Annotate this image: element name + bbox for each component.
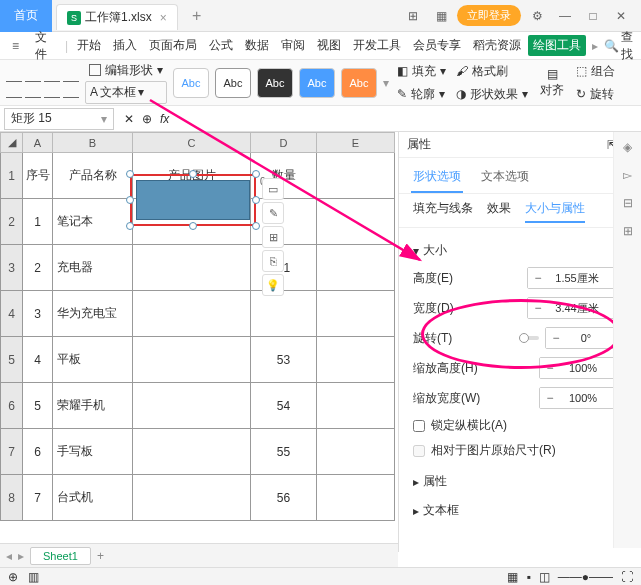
edit-shape-button[interactable]: 编辑形状▾ <box>85 62 167 79</box>
name-box[interactable]: 矩形 15▾ <box>4 108 114 130</box>
outline-button[interactable]: ✎轮廓▾ <box>395 84 448 105</box>
menu-start[interactable]: 开始 <box>72 35 106 56</box>
cell[interactable]: 4 <box>23 337 53 383</box>
style-preset-2[interactable]: Abc <box>215 68 251 98</box>
tab-text-options[interactable]: 文本选项 <box>479 164 531 193</box>
float-image-icon[interactable]: ⊞ <box>262 226 284 248</box>
row-header[interactable]: 4 <box>1 291 23 337</box>
cell[interactable] <box>317 475 395 521</box>
cell[interactable] <box>251 291 317 337</box>
cell[interactable] <box>317 337 395 383</box>
menu-pagelayout[interactable]: 页面布局 <box>144 35 202 56</box>
scale-w-input[interactable] <box>560 388 606 408</box>
cell[interactable] <box>317 429 395 475</box>
login-button[interactable]: 立即登录 <box>457 5 521 26</box>
row-header[interactable]: 7 <box>1 429 23 475</box>
cell[interactable]: 1 <box>23 199 53 245</box>
row-header[interactable]: 5 <box>1 337 23 383</box>
cell[interactable]: 55 <box>251 429 317 475</box>
line-icon[interactable] <box>25 68 41 82</box>
row-header[interactable]: 8 <box>1 475 23 521</box>
cell[interactable]: 53 <box>251 337 317 383</box>
menu-data[interactable]: 数据 <box>240 35 274 56</box>
cell[interactable] <box>133 337 251 383</box>
resize-handle[interactable] <box>189 222 197 230</box>
cell[interactable]: 华为充电宝 <box>53 291 133 337</box>
overflow-icon[interactable]: ▸ <box>588 39 602 53</box>
line-icon[interactable] <box>25 84 41 98</box>
align-button[interactable]: ▤对齐 <box>536 65 568 101</box>
settings-icon[interactable]: ⚙ <box>525 4 549 28</box>
cell[interactable] <box>133 291 251 337</box>
layout-icon[interactable]: ⊞ <box>401 4 425 28</box>
decrement-button[interactable]: − <box>540 388 560 408</box>
menu-review[interactable]: 审阅 <box>276 35 310 56</box>
cell[interactable] <box>317 383 395 429</box>
lock-ratio-checkbox[interactable] <box>413 420 425 432</box>
row-header[interactable]: 3 <box>1 245 23 291</box>
col-header-d[interactable]: D <box>251 133 317 153</box>
menu-vip[interactable]: 会员专享 <box>408 35 466 56</box>
rail-toggle-icon[interactable]: ⊟ <box>619 194 637 212</box>
height-spinner[interactable]: − + <box>527 267 627 289</box>
style-preset-4[interactable]: Abc <box>299 68 335 98</box>
sheet-nav-next[interactable]: ▸ <box>18 549 24 563</box>
view-page-icon[interactable]: ▪ <box>526 570 530 584</box>
zoom-icon[interactable]: ⊕ <box>142 112 152 126</box>
props-section-header[interactable]: ▸属性 <box>413 467 627 496</box>
cell[interactable]: 54 <box>251 383 317 429</box>
format-painter-button[interactable]: 🖌格式刷 <box>454 61 530 82</box>
style-preset-5[interactable]: Abc <box>341 68 377 98</box>
shape-effect-button[interactable]: ◑形状效果▾ <box>454 84 530 105</box>
menu-view[interactable]: 视图 <box>312 35 346 56</box>
rotate-input[interactable] <box>566 328 606 348</box>
size-section-header[interactable]: ▾大小 <box>413 242 627 259</box>
maximize-icon[interactable]: □ <box>581 4 605 28</box>
tab-workbook[interactable]: S 工作簿1.xlsx × <box>56 4 178 30</box>
row-header[interactable]: 6 <box>1 383 23 429</box>
menu-resources[interactable]: 稻壳资源 <box>468 35 526 56</box>
style-more-icon[interactable]: ▾ <box>383 76 389 90</box>
search-box[interactable]: 🔍 查找 <box>604 29 635 63</box>
cell[interactable]: 平板 <box>53 337 133 383</box>
line-icon[interactable] <box>44 84 60 98</box>
fx-icon[interactable]: fx <box>160 112 169 126</box>
menu-insert[interactable]: 插入 <box>108 35 142 56</box>
line-icon[interactable] <box>6 84 22 98</box>
line-icon[interactable] <box>44 68 60 82</box>
tab-shape-options[interactable]: 形状选项 <box>411 164 463 193</box>
col-header-c[interactable]: C <box>133 133 251 153</box>
decrement-button[interactable]: − <box>528 298 548 318</box>
resize-handle[interactable] <box>126 170 134 178</box>
cell[interactable]: 序号 <box>23 153 53 199</box>
view-normal-icon[interactable]: ▦ <box>507 570 518 584</box>
style-preset-3[interactable]: Abc <box>257 68 293 98</box>
add-sheet-button[interactable]: + <box>97 549 104 563</box>
cell[interactable]: 手写板 <box>53 429 133 475</box>
cell[interactable]: 台式机 <box>53 475 133 521</box>
row-header[interactable]: 2 <box>1 199 23 245</box>
decrement-button[interactable]: − <box>540 358 560 378</box>
subtab-size[interactable]: 大小与属性 <box>525 200 585 223</box>
cell[interactable] <box>317 291 395 337</box>
line-icon[interactable] <box>6 68 22 82</box>
slider-thumb[interactable] <box>519 333 529 343</box>
select-all-corner[interactable]: ◢ <box>1 133 23 153</box>
resize-handle[interactable] <box>252 222 260 230</box>
zoom-slider[interactable]: ——●—— <box>558 570 613 584</box>
fill-button[interactable]: ◧填充▾ <box>395 61 448 82</box>
rotate-slider[interactable] <box>519 336 539 340</box>
close-icon[interactable]: ✕ <box>609 4 633 28</box>
status-icon[interactable]: ▥ <box>28 570 39 584</box>
cell[interactable]: 5 <box>23 383 53 429</box>
float-copy-icon[interactable]: ⎘ <box>262 250 284 272</box>
cancel-icon[interactable]: ✕ <box>124 112 134 126</box>
sheet-nav-prev[interactable]: ◂ <box>6 549 12 563</box>
menu-devtools[interactable]: 开发工具 <box>348 35 406 56</box>
width-input[interactable] <box>548 298 606 318</box>
menu-formula[interactable]: 公式 <box>204 35 238 56</box>
resize-handle[interactable] <box>189 170 197 178</box>
width-spinner[interactable]: − + <box>527 297 627 319</box>
textbox-section-header[interactable]: ▸文本框 <box>413 496 627 525</box>
resize-handle[interactable] <box>126 222 134 230</box>
